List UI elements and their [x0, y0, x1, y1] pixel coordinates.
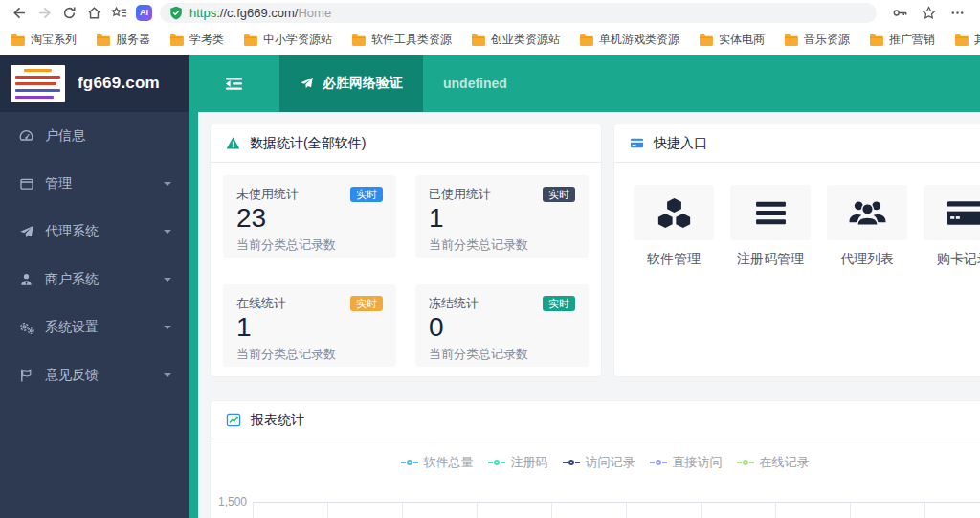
- stats-panel-header: 数据统计(全部软件): [211, 124, 601, 163]
- address-bar[interactable]: https://c.fg669.com/Home: [160, 3, 877, 23]
- cubes-icon: [657, 197, 692, 229]
- browser-chrome: AI https://c.fg669.com/Home 淘宝系列 服务器 学考类…: [0, 0, 980, 55]
- sidebar-header: fg669.com: [0, 55, 189, 112]
- shortcut-agent-list[interactable]: 代理列表: [827, 185, 907, 268]
- bookmark-folder[interactable]: 淘宝系列: [11, 32, 77, 48]
- brand-title: fg669.com: [78, 74, 160, 93]
- sidebar-item-system-settings[interactable]: 系统设置: [0, 304, 189, 351]
- sidebar-item-agent-system[interactable]: 代理系统: [0, 208, 189, 256]
- forward-icon[interactable]: [33, 2, 56, 23]
- report-chart-panel: 报表统计 软件总量 注册码 访问记录: [210, 400, 980, 518]
- warning-triangle-icon: [226, 136, 240, 150]
- bookmark-folder[interactable]: 服务器: [96, 32, 150, 48]
- top-navbar: 必胜网络验证 undefined: [189, 55, 980, 112]
- flag-icon: [17, 368, 35, 383]
- legend-item[interactable]: 注册码: [488, 454, 548, 471]
- bookmark-label: 音乐资源: [804, 32, 850, 48]
- credit-card-icon: [946, 198, 980, 228]
- stats-panel-title: 数据统计(全部软件): [250, 135, 366, 152]
- bookmark-folder[interactable]: 学考类: [169, 32, 224, 48]
- bookmark-label: 软件工具类资源: [371, 32, 452, 48]
- secure-shield-icon[interactable]: [169, 6, 183, 20]
- sidebar-item-manage[interactable]: 管理: [0, 160, 189, 208]
- shortcut-regcode-manage[interactable]: 注册码管理: [730, 185, 811, 268]
- stat-card-online: 在线统计实时 1 当前分类总记录数: [223, 284, 396, 367]
- ai-assistant-icon[interactable]: AI: [136, 5, 152, 21]
- bookmark-folder[interactable]: 创业类资源站: [471, 32, 560, 48]
- stat-sublabel: 当前分类总记录数: [236, 346, 383, 363]
- stat-label: 在线统计: [236, 295, 286, 312]
- content-wrap: 数据统计(全部软件) 未使用统计实时 23 当前分类总记录数 已使用统计实时 1: [189, 112, 980, 518]
- bookmark-star-icon[interactable]: [917, 2, 940, 23]
- shortcut-label: 代理列表: [827, 251, 907, 268]
- bookmark-label: 服务器: [116, 32, 150, 48]
- shortcut-card-purchase-records[interactable]: 购卡记录: [924, 185, 980, 268]
- bookmark-folder[interactable]: 软件工具类资源: [351, 32, 452, 48]
- credit-card-icon: [630, 136, 644, 150]
- tab-app-active[interactable]: 必胜网络验证: [279, 55, 423, 112]
- legend-marker-icon: [563, 460, 580, 465]
- sidebar-item-user-info[interactable]: 户信息: [0, 112, 189, 160]
- bookmark-label: 实体电商: [719, 32, 765, 48]
- bookmarks-bar: 淘宝系列 服务器 学考类 中小学资源站 软件工具类资源 创业类资源站 单机游戏类…: [0, 25, 980, 55]
- sidebar-item-feedback[interactable]: 意见反馈: [0, 351, 189, 399]
- more-menu-icon[interactable]: [946, 2, 969, 23]
- bookmark-folder[interactable]: 音乐资源: [784, 32, 850, 48]
- home-icon[interactable]: [82, 2, 105, 23]
- tab-undefined[interactable]: undefined: [423, 55, 527, 112]
- stat-value: 1: [236, 313, 383, 343]
- y-axis-tick-label: 1,500: [218, 495, 247, 518]
- legend-label: 直接访问: [673, 454, 723, 471]
- main-column: 必胜网络验证 undefined 数据统计(全部软件): [189, 55, 980, 518]
- shortcut-label: 购卡记录: [924, 251, 980, 268]
- window-icon: [17, 177, 35, 191]
- chart-plot-area: 1,500: [211, 502, 980, 518]
- legend-label: 访问记录: [586, 454, 635, 471]
- outdent-icon: [224, 76, 244, 92]
- content: 数据统计(全部软件) 未使用统计实时 23 当前分类总记录数 已使用统计实时 1: [198, 112, 980, 518]
- bookmark-label: 推广营销: [889, 32, 935, 48]
- shortcut-label: 软件管理: [634, 251, 714, 268]
- chevron-down-icon: [164, 230, 171, 237]
- shortcut-software-manage[interactable]: 软件管理: [634, 185, 714, 268]
- browser-toolbar: AI https://c.fg669.com/Home: [0, 0, 980, 25]
- brand-logo-image: [11, 65, 65, 102]
- stat-sublabel: 当前分类总记录数: [429, 346, 575, 363]
- stat-label: 已使用统计: [429, 186, 491, 203]
- bookmarks-manager-icon[interactable]: [107, 2, 130, 23]
- sidebar-item-label: 管理: [45, 175, 164, 192]
- collapse-sidebar-button[interactable]: [189, 55, 279, 112]
- bookmark-folder[interactable]: 单机游戏类资源: [579, 32, 679, 48]
- bookmark-folder[interactable]: 推广营销: [869, 32, 935, 48]
- bookmark-folder[interactable]: 实体电商: [699, 32, 765, 48]
- bookmark-folder[interactable]: 其它资源: [954, 32, 980, 48]
- sidebar-item-label: 商户系统: [45, 271, 164, 288]
- stat-label: 冻结统计: [429, 295, 479, 312]
- legend-label: 注册码: [511, 454, 548, 471]
- refresh-icon[interactable]: [57, 2, 80, 23]
- status-badge: 实时: [543, 296, 575, 311]
- url-text: https://c.fg669.com/Home: [189, 6, 331, 20]
- legend-label: 软件总量: [424, 454, 474, 471]
- bookmark-label: 学考类: [189, 32, 224, 48]
- accent-strip: [189, 112, 198, 518]
- legend-item[interactable]: 软件总量: [401, 454, 474, 471]
- bookmark-label: 单机游戏类资源: [599, 32, 679, 48]
- chevron-down-icon: [164, 373, 171, 381]
- chart-legend: 软件总量 注册码 访问记录 直接访问: [211, 454, 980, 471]
- tab-label: 必胜网络验证: [323, 75, 403, 92]
- stat-card-frozen: 冻结统计实时 0 当前分类总记录数: [415, 284, 589, 367]
- bookmark-label: 淘宝系列: [31, 32, 77, 48]
- sidebar-item-merchant-system[interactable]: 商户系统: [0, 256, 189, 304]
- chevron-down-icon: [164, 326, 171, 333]
- legend-item[interactable]: 直接访问: [650, 454, 723, 471]
- legend-label: 在线记录: [760, 454, 810, 471]
- legend-marker-icon: [737, 460, 754, 465]
- sidebar-menu: 户信息 管理 代理系统 商户系统: [0, 112, 189, 518]
- back-icon[interactable]: [8, 2, 31, 23]
- bookmark-folder[interactable]: 中小学资源站: [243, 32, 332, 48]
- legend-item[interactable]: 访问记录: [563, 454, 635, 471]
- shortcut-label: 注册码管理: [730, 251, 811, 268]
- password-key-icon[interactable]: [888, 2, 911, 23]
- legend-item[interactable]: 在线记录: [737, 454, 810, 471]
